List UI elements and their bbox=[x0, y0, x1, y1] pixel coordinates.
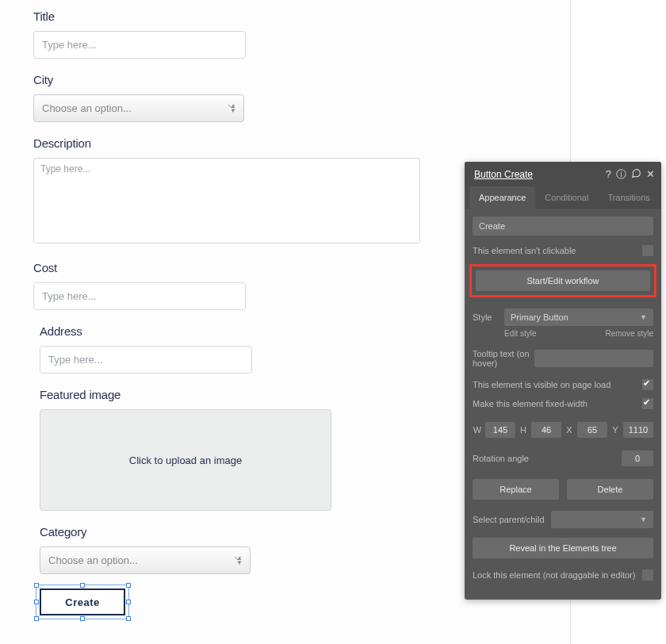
resize-handle[interactable] bbox=[34, 616, 39, 621]
delete-button[interactable]: Delete bbox=[567, 479, 653, 500]
resize-handle[interactable] bbox=[34, 583, 39, 588]
visible-row: This element is visible on page load bbox=[473, 379, 653, 390]
style-row: Style Primary Button ▼ bbox=[473, 309, 653, 326]
rotation-input[interactable] bbox=[622, 450, 653, 466]
visible-toggle[interactable] bbox=[642, 379, 653, 390]
y-input[interactable] bbox=[623, 422, 653, 438]
h-label: H bbox=[519, 425, 528, 435]
description-input[interactable] bbox=[33, 158, 420, 243]
create-button-selection: Create bbox=[40, 588, 125, 615]
button-text-input[interactable] bbox=[473, 217, 653, 236]
fixed-width-label: Make this element fixed-width bbox=[473, 399, 588, 408]
create-button[interactable]: Create bbox=[40, 588, 125, 615]
lock-toggle[interactable] bbox=[642, 569, 653, 581]
resize-handle[interactable] bbox=[126, 583, 131, 588]
category-select[interactable]: Choose an option... bbox=[40, 546, 251, 574]
address-input[interactable] bbox=[40, 346, 252, 374]
fixed-width-row: Make this element fixed-width bbox=[473, 398, 653, 409]
coordinates-row: W H X Y bbox=[473, 422, 653, 438]
style-value: Primary Button bbox=[511, 312, 568, 322]
width-input[interactable] bbox=[485, 422, 515, 438]
x-label: X bbox=[565, 425, 574, 435]
city-select-wrap: Choose an option... ▲▼ bbox=[33, 94, 244, 122]
inspector-tabs: Appearance Conditional Transitions bbox=[465, 186, 661, 209]
city-select[interactable]: Choose an option... bbox=[33, 94, 244, 122]
title-input[interactable] bbox=[33, 31, 246, 59]
category-select-wrap: Choose an option... ▲▼ bbox=[40, 546, 251, 574]
workflow-highlight: Start/Edit workflow bbox=[469, 264, 656, 297]
inspector-panel: Button Create ? ⓘ ✕ Appearance Condition… bbox=[465, 162, 661, 600]
lock-row: Lock this element (not draggable in edit… bbox=[473, 569, 653, 581]
inspector-header[interactable]: Button Create ? ⓘ ✕ bbox=[465, 162, 661, 186]
style-label: Style bbox=[473, 312, 498, 322]
description-label: Description bbox=[33, 136, 570, 150]
upload-cta: Click to upload an image bbox=[129, 454, 242, 466]
y-label: Y bbox=[610, 425, 620, 435]
style-select[interactable]: Primary Button ▼ bbox=[504, 309, 653, 326]
select-parent-row: Select parent/child ▼ bbox=[473, 511, 653, 528]
inspector-title: Button Create bbox=[474, 169, 601, 180]
not-clickable-toggle[interactable] bbox=[642, 245, 653, 256]
resize-handle[interactable] bbox=[126, 616, 131, 621]
city-label: City bbox=[33, 73, 570, 86]
resize-handle[interactable] bbox=[80, 583, 85, 588]
start-edit-workflow-button[interactable]: Start/Edit workflow bbox=[476, 270, 650, 291]
resize-handle[interactable] bbox=[80, 616, 85, 621]
not-clickable-row: This element isn't clickable bbox=[473, 245, 653, 256]
remove-style-link[interactable]: Remove style bbox=[605, 329, 653, 338]
inspector-body: This element isn't clickable Start/Edit … bbox=[465, 209, 661, 600]
info-icon[interactable]: ⓘ bbox=[616, 169, 626, 179]
fixed-width-toggle[interactable] bbox=[642, 398, 653, 409]
lock-label: Lock this element (not draggable in edit… bbox=[473, 570, 635, 580]
tab-appearance[interactable]: Appearance bbox=[469, 186, 535, 209]
resize-handle[interactable] bbox=[126, 600, 131, 604]
tab-transitions[interactable]: Transitions bbox=[598, 186, 659, 209]
comment-icon[interactable] bbox=[631, 168, 641, 180]
not-clickable-label: This element isn't clickable bbox=[473, 246, 576, 255]
edit-style-link[interactable]: Edit style bbox=[504, 329, 537, 338]
select-parent-label: Select parent/child bbox=[473, 515, 545, 524]
select-parent-dropdown[interactable]: ▼ bbox=[551, 511, 654, 528]
tab-conditional[interactable]: Conditional bbox=[535, 186, 598, 209]
reveal-elements-tree-button[interactable]: Reveal in the Elements tree bbox=[473, 538, 653, 558]
help-icon[interactable]: ? bbox=[606, 169, 611, 179]
image-upload-box[interactable]: Click to upload an image bbox=[40, 409, 331, 511]
chevron-down-icon: ▼ bbox=[640, 516, 647, 523]
w-label: W bbox=[473, 425, 482, 435]
field-city: City Choose an option... ▲▼ bbox=[33, 73, 570, 122]
height-input[interactable] bbox=[531, 422, 561, 438]
rotation-label: Rotation angle bbox=[473, 454, 529, 463]
style-sublinks: Edit style Remove style bbox=[473, 329, 653, 338]
x-input[interactable] bbox=[577, 422, 607, 438]
visible-label: This element is visible on page load bbox=[473, 380, 610, 389]
replace-button[interactable]: Replace bbox=[473, 479, 559, 500]
cost-input[interactable] bbox=[33, 282, 246, 310]
replace-delete-row: Replace Delete bbox=[473, 479, 653, 500]
title-label: Title bbox=[33, 10, 570, 23]
tooltip-input[interactable] bbox=[534, 350, 653, 367]
chevron-down-icon: ▼ bbox=[640, 313, 647, 321]
resize-handle[interactable] bbox=[34, 600, 39, 604]
field-title: Title bbox=[33, 10, 570, 59]
tooltip-label: Tooltip text (on hover) bbox=[473, 349, 530, 368]
tooltip-row: Tooltip text (on hover) bbox=[473, 349, 653, 368]
rotation-row: Rotation angle bbox=[473, 450, 653, 466]
close-icon[interactable]: ✕ bbox=[646, 169, 655, 179]
